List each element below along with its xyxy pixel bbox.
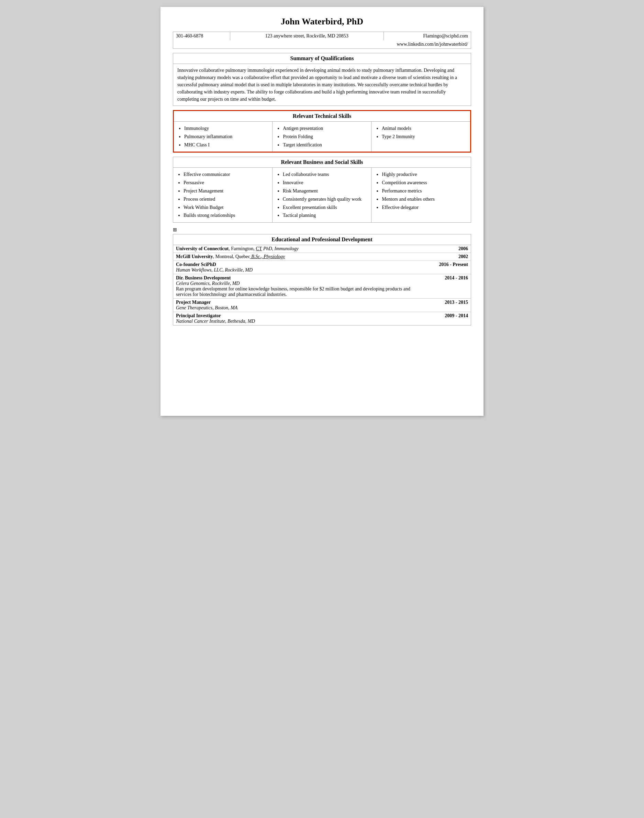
job-title: Dir. Business Development [176, 275, 427, 281]
technical-skills-section: Relevant Technical Skills Immunology Pul… [173, 110, 471, 153]
list-item: Led collaborative teams [283, 170, 367, 179]
job-org: National Cancer Institute, Bethesda, MD [176, 319, 427, 324]
table-row: Co-founder SciPhD Human Workflows, LLC, … [173, 261, 471, 274]
job-org: Celera Genomics, Rockville, MD [176, 281, 427, 286]
job-org: Human Workflows, LLC, Rockville, MD [176, 267, 427, 273]
edu-year: 2009 - 2014 [429, 312, 471, 325]
business-skills-list-1: Effective communicator Persuasive Projec… [177, 170, 268, 219]
summary-section: Summary of Qualifications Innovative col… [173, 53, 471, 106]
technical-skills-grid: Immunology Pulmonary inflammation MHC Cl… [174, 122, 470, 152]
education-table: University of Connecticut, Farmington, C… [173, 245, 471, 325]
degree: PhD, Immunology [262, 246, 298, 251]
technical-skills-list-2: Antigen presentation Protein Folding Tar… [277, 124, 366, 149]
business-skills-title: Relevant Business and Social Skills [173, 157, 471, 168]
table-row: Dir. Business Development Celera Genomic… [173, 274, 471, 299]
list-item: Target identification [283, 141, 366, 149]
edu-year: 2016 - Present [429, 261, 471, 274]
expand-icon[interactable]: ⊞ [173, 227, 471, 233]
list-item: Mentors and enables others [382, 195, 467, 204]
resume-name: John Waterbird, PhD [173, 17, 471, 28]
edu-year: 2013 - 2015 [429, 299, 471, 312]
edu-entry: Dir. Business Development Celera Genomic… [173, 274, 429, 299]
edu-entry: Principal Investigator National Cancer I… [173, 312, 429, 325]
location: , Farmington, [228, 246, 256, 251]
job-org: Gene Therapeutics, Boston, MA [176, 305, 427, 311]
table-row: University of Connecticut, Farmington, C… [173, 245, 471, 253]
business-skills-grid: Effective communicator Persuasive Projec… [173, 168, 471, 223]
table-row: Project Manager Gene Therapeutics, Bosto… [173, 299, 471, 312]
list-item: Persuasive [184, 179, 268, 187]
list-item: Excellent presentation skills [283, 204, 367, 212]
contact-phone: 301-460-6878 [173, 32, 230, 41]
edu-entry: Project Manager Gene Therapeutics, Bosto… [173, 299, 429, 312]
business-skills-section: Relevant Business and Social Skills Effe… [173, 157, 471, 223]
technical-skills-col2: Antigen presentation Protein Folding Tar… [273, 122, 371, 152]
business-skills-list-3: Highly productive Competition awareness … [376, 170, 467, 211]
edu-entry: McGill University, Montreal, Quebec B.Sc… [173, 253, 429, 261]
contact-linkedin: www.linkedin.com/in/johnwaterbird/ [173, 40, 471, 49]
table-row: McGill University, Montreal, Quebec B.Sc… [173, 253, 471, 261]
job-title: Project Manager [176, 300, 427, 305]
list-item: Work Within Budget [184, 204, 268, 212]
institution-name: McGill University [176, 254, 213, 259]
contact-table: 301-460-6878 123 anywhere street, Rockvi… [173, 32, 471, 49]
list-item: Type 2 Immunity [382, 133, 466, 141]
list-item: Process oriented [184, 195, 268, 204]
technical-skills-list-3: Animal models Type 2 Immunity [376, 124, 466, 141]
list-item: MHC Class I [184, 141, 268, 149]
list-item: Performance metrics [382, 187, 467, 195]
business-skills-col1: Effective communicator Persuasive Projec… [173, 168, 273, 223]
list-item: Pulmonary inflammation [184, 133, 268, 141]
location-abbr: CT [256, 246, 262, 251]
list-item: Protein Folding [283, 133, 366, 141]
business-skills-list-2: Led collaborative teams Innovative Risk … [277, 170, 367, 219]
resume-page: John Waterbird, PhD 301-460-6878 123 any… [161, 7, 483, 416]
list-item: Project Management [184, 187, 268, 195]
job-title: Principal Investigator [176, 313, 427, 319]
job-title: Co-founder SciPhD [176, 262, 427, 267]
location: , Montreal, Quebec [213, 254, 250, 259]
education-title: Educational and Professional Development [173, 235, 471, 245]
edu-entry: University of Connecticut, Farmington, C… [173, 245, 429, 253]
list-item: Competition awareness [382, 179, 467, 187]
list-item: Builds strong relationships [184, 211, 268, 219]
list-item: Highly productive [382, 170, 467, 179]
edu-year: 2002 [429, 253, 471, 261]
summary-text: Innovative collaborative pulmonary immun… [173, 64, 471, 106]
table-row: Principal Investigator National Cancer I… [173, 312, 471, 325]
list-item: Innovative [283, 179, 367, 187]
technical-skills-title: Relevant Technical Skills [174, 111, 470, 122]
list-item: Effective delegator [382, 204, 467, 212]
list-item: Antigen presentation [283, 124, 366, 133]
technical-skills-col1: Immunology Pulmonary inflammation MHC Cl… [174, 122, 273, 152]
edu-year: 2006 [429, 245, 471, 253]
business-skills-col3: Highly productive Competition awareness … [371, 168, 471, 223]
technical-skills-col3: Animal models Type 2 Immunity [371, 122, 470, 152]
list-item: Consistently generates high quality work [283, 195, 367, 204]
business-skills-col2: Led collaborative teams Innovative Risk … [273, 168, 372, 223]
technical-skills-list-1: Immunology Pulmonary inflammation MHC Cl… [178, 124, 268, 149]
list-item: Immunology [184, 124, 268, 133]
list-item: Effective communicator [184, 170, 268, 179]
institution-name: University of Connecticut [176, 246, 228, 251]
list-item: Animal models [382, 124, 466, 133]
list-item: Risk Management [283, 187, 367, 195]
edu-year: 2014 - 2016 [429, 274, 471, 299]
education-section: Educational and Professional Development… [173, 234, 471, 325]
degree: B.Sc., Physiology [250, 254, 285, 259]
summary-title: Summary of Qualifications [173, 53, 471, 64]
contact-email: Flamingo@sciphd.com [383, 32, 471, 41]
job-description: Ran program development for online knowl… [176, 286, 427, 297]
edu-entry: Co-founder SciPhD Human Workflows, LLC, … [173, 261, 429, 274]
list-item: Tactical planning [283, 211, 367, 219]
contact-address: 123 anywhere street, Rockville, MD 20853 [230, 32, 383, 41]
